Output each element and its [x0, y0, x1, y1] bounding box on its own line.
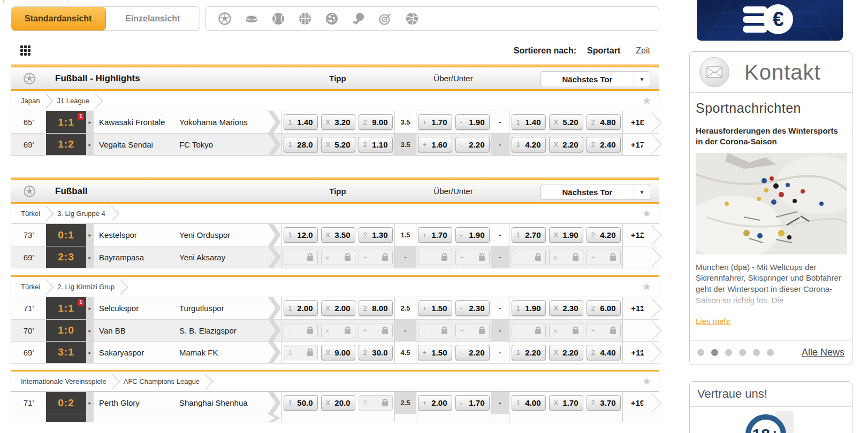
odds-button[interactable]: 21.30 [359, 227, 393, 243]
odds-button[interactable]: -2.20 [455, 345, 490, 360]
match-teams[interactable]: Kawasaki Frontale Yokohama Marions [94, 111, 281, 133]
expand-arrow-icon[interactable]: ▸ [86, 297, 94, 319]
breadcrumb-item[interactable]: AFC Champions League [120, 377, 203, 385]
table-tennis-icon[interactable] [352, 12, 366, 26]
odds-button[interactable]: 28.00 [359, 300, 393, 316]
more-odds-flag[interactable]: +18 [622, 111, 660, 133]
odds-button[interactable]: 230.0 [359, 345, 393, 360]
more-odds-flag[interactable] [622, 320, 660, 341]
odds-button[interactable]: X5.20 [321, 137, 355, 152]
favorite-star-icon[interactable]: ★ [642, 281, 651, 293]
odds-button[interactable]: 22.40 [587, 137, 621, 152]
handball-icon[interactable] [325, 12, 339, 26]
match-teams[interactable]: Van BB S. B. Elazigspor [94, 320, 281, 341]
odds-button[interactable]: -1.90 [455, 227, 490, 243]
volleyball-icon[interactable] [405, 12, 419, 26]
news-article-title[interactable]: Herausforderungen des Wintersports in de… [696, 126, 846, 148]
expand-arrow-icon[interactable]: ▸ [86, 134, 94, 155]
breadcrumb-item[interactable]: 2. Lig Kirmizi Grup [54, 283, 118, 291]
odds-button[interactable]: +1.70 [418, 114, 452, 130]
odds-button[interactable]: 14.00 [512, 395, 546, 411]
odds-button[interactable]: 12.20 [512, 345, 546, 360]
favorite-star-icon[interactable]: ★ [642, 95, 651, 107]
odds-button[interactable]: 23.70 [587, 395, 621, 411]
odds-button[interactable]: X3.20 [321, 114, 355, 130]
tab-standardansicht[interactable]: Standardansicht [11, 7, 106, 30]
kontakt-link[interactable]: Kontakt [690, 52, 852, 93]
tab-einzelansicht[interactable]: Einzelansicht [106, 7, 200, 30]
expand-arrow-icon[interactable]: ▸ [86, 246, 94, 268]
odds-button[interactable]: X5.20 [549, 114, 583, 130]
odds-button[interactable]: 12.00 [284, 300, 318, 316]
odds-button[interactable]: 12.70 [512, 227, 546, 243]
odds-button[interactable]: X3.50 [321, 227, 355, 243]
odds-button[interactable]: 21.10 [359, 137, 393, 152]
odds-button[interactable]: 29.00 [359, 114, 393, 130]
carousel-dot[interactable] [697, 349, 704, 356]
expand-arrow-icon[interactable]: ▸ [86, 111, 94, 133]
odds-button[interactable]: X1.70 [549, 395, 583, 411]
odds-button[interactable]: +1.70 [418, 227, 452, 243]
odds-button[interactable]: 112.0 [284, 227, 318, 243]
basketball-icon[interactable] [298, 12, 312, 26]
sort-by-time[interactable]: Zeit [636, 46, 650, 56]
chevron-down-icon[interactable]: ▼ [634, 72, 650, 87]
odds-button[interactable]: X2.30 [549, 300, 583, 316]
odds-button[interactable]: X2.00 [321, 300, 355, 316]
odds-button[interactable]: 11.40 [284, 114, 318, 130]
carousel-dot[interactable] [711, 349, 718, 356]
match-teams[interactable]: Sakaryaspor Mamak FK [94, 342, 281, 363]
next-goal-dropdown[interactable]: Nächstes Tor ▼ [540, 71, 650, 87]
odds-button[interactable]: +1.50 [418, 345, 452, 360]
chevron-down-icon[interactable]: ▼ [634, 184, 650, 199]
odds-button[interactable]: X9.00 [321, 345, 355, 360]
more-odds-flag[interactable]: +12 [622, 224, 660, 246]
read-more-link[interactable]: Lies mehr [696, 316, 731, 326]
promo-banner[interactable]: € [697, 0, 843, 41]
odds-button[interactable]: +2.00 [418, 395, 452, 411]
odds-button[interactable]: 14.20 [512, 137, 546, 152]
favorite-star-icon[interactable]: ★ [642, 375, 651, 388]
odds-button[interactable]: 24.80 [587, 114, 621, 130]
odds-button[interactable]: 128.0 [284, 137, 318, 152]
match-teams[interactable]: Selcukspor Turgutluspor [94, 297, 281, 319]
odds-button[interactable]: X2.20 [549, 345, 583, 360]
more-odds-flag[interactable]: +11 [622, 297, 660, 319]
ice-hockey-icon[interactable] [245, 12, 258, 26]
odds-button[interactable]: 150.0 [284, 395, 318, 411]
odds-button[interactable]: -2.30 [455, 300, 490, 316]
sort-by-sport[interactable]: Sportart [587, 46, 620, 56]
more-odds-flag[interactable]: +11 [622, 342, 660, 363]
news-article-image[interactable] [696, 153, 847, 254]
expand-arrow-icon[interactable]: ▸ [86, 342, 94, 363]
breadcrumb-item[interactable]: Internationale Vereinsspiele [18, 377, 110, 385]
odds-button[interactable]: 11.40 [512, 114, 546, 130]
more-odds-flag[interactable]: +17 [622, 134, 660, 155]
grid-view-icon[interactable] [20, 45, 32, 57]
match-teams[interactable]: Bayrampasa Yeni Aksaray [94, 246, 281, 268]
darts-icon[interactable] [378, 12, 392, 26]
match-teams[interactable]: Kestelspor Yeni Orduspor [94, 224, 281, 246]
carousel-dot[interactable] [725, 349, 732, 356]
carousel-dot[interactable] [753, 349, 760, 356]
odds-button[interactable]: +1.50 [418, 300, 452, 316]
expand-arrow-icon[interactable]: ▸ [86, 320, 94, 341]
odds-button[interactable]: 11.90 [512, 300, 546, 316]
odds-button[interactable]: 24.40 [587, 345, 621, 360]
odds-button[interactable]: X20.0 [321, 395, 355, 411]
odds-button[interactable]: -1.70 [455, 395, 490, 411]
more-odds-flag[interactable]: +19 [622, 392, 660, 414]
match-teams[interactable]: Perth Glory Shanghai Shenhua [94, 392, 281, 414]
soccer-icon[interactable] [218, 12, 232, 26]
tennis-icon[interactable] [271, 12, 285, 26]
carousel-dot[interactable] [767, 349, 774, 356]
odds-button[interactable]: 24.20 [587, 227, 621, 243]
all-news-link[interactable]: Alle News [802, 347, 844, 358]
odds-button[interactable]: 26.00 [587, 300, 621, 316]
breadcrumb-item[interactable]: 3. Lig Gruppe 4 [54, 210, 109, 218]
odds-button[interactable]: -2.20 [455, 137, 490, 152]
favorite-star-icon[interactable]: ★ [642, 207, 651, 220]
more-odds-flag[interactable] [622, 246, 660, 268]
expand-arrow-icon[interactable]: ▸ [86, 392, 94, 414]
expand-arrow-icon[interactable]: ▸ [86, 224, 94, 246]
